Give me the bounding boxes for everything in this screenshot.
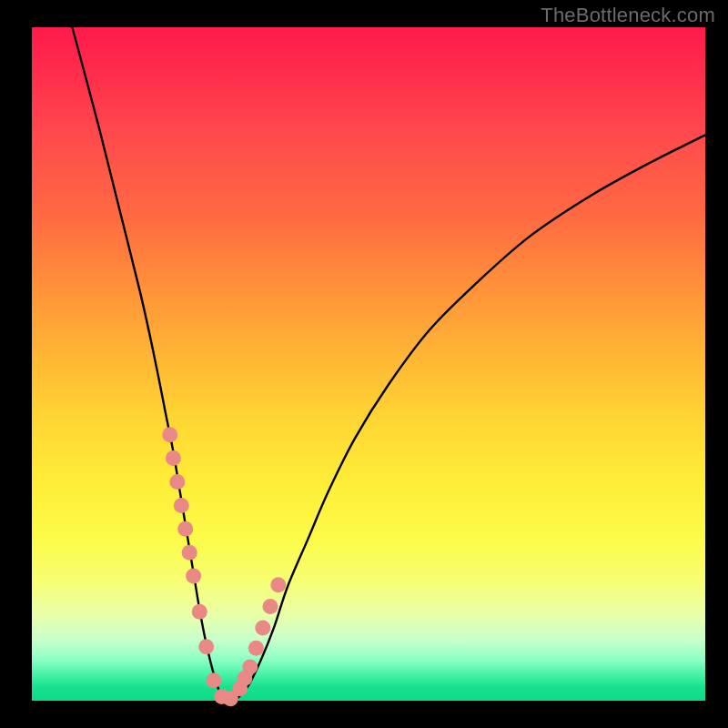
marker-dot <box>162 427 177 442</box>
marker-dot <box>177 521 193 537</box>
bottleneck-curve <box>72 27 705 702</box>
marker-dot <box>206 672 221 688</box>
marker-dot <box>174 498 189 513</box>
marker-dot <box>182 545 197 561</box>
marker-dot <box>192 604 207 620</box>
marker-dot <box>255 621 270 636</box>
marker-dot <box>166 450 181 466</box>
marker-group <box>162 427 286 706</box>
plot-area <box>32 27 705 701</box>
curve-layer <box>32 27 705 701</box>
marker-dot <box>169 474 185 490</box>
marker-dot <box>263 599 278 614</box>
marker-dot <box>248 641 264 656</box>
marker-dot <box>186 569 201 584</box>
marker-dot <box>270 577 286 592</box>
marker-dot <box>242 660 258 675</box>
chart-frame: TheBottleneck.com <box>0 0 728 728</box>
watermark-text: TheBottleneck.com <box>541 4 715 27</box>
marker-dot <box>198 639 214 654</box>
